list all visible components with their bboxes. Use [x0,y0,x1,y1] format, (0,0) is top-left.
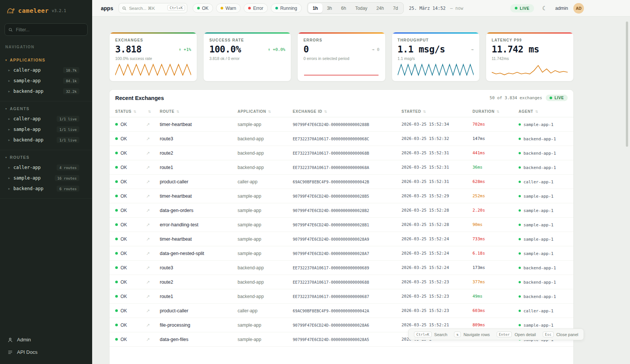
column-header-status[interactable]: STATUS⇅ [110,106,141,117]
table-row-product-caller[interactable]: OK ↗ product-caller caller-app 69AC90BF8… [110,304,573,318]
range-3h[interactable]: 3h [323,3,337,13]
open-detail-icon[interactable]: ↗ [146,294,150,299]
sidebar-item-applications-backend-app[interactable]: ▸ backend-app 32.2k [0,86,92,97]
section-header[interactable]: ▾ ROUTES [0,152,92,162]
open-detail-icon[interactable]: ↗ [146,208,150,213]
sidebar-item-badge: 1/1 live [57,137,79,143]
range-24h[interactable]: 24h [372,3,388,13]
range-7d[interactable]: 7d [388,3,402,13]
range-1h[interactable]: 1h [308,3,323,13]
started-timestamp: 2026-03-25 15:52:24 [396,232,467,246]
sidebar-item-agents-backend-app[interactable]: ▸ backend-app 1/1 live [0,135,92,145]
hint-label: Close panel [556,332,578,337]
table-row-error-handling-test[interactable]: OK ↗ error-handling-test sample-app 9079… [110,218,573,232]
table-live-badge[interactable]: LIVE [546,95,568,101]
column-header-exchange-id[interactable]: EXCHANGE ID⇅ [287,106,396,117]
status-cell: OK [115,280,127,285]
sidebar-item-applications-sample-app[interactable]: ▸ sample-app 84.1k [0,75,92,86]
table-row-product-caller[interactable]: OK ↗ product-caller caller-app 69AC90BF8… [110,175,573,189]
avatar[interactable]: AD [573,3,584,14]
live-dot [550,97,552,99]
status-filter-running[interactable]: Running [271,3,302,13]
sidebar-footer-api-docs[interactable]: API Docs [5,347,87,357]
open-detail-icon[interactable]: ↗ [146,308,150,313]
open-detail-icon[interactable]: ↗ [146,122,150,127]
table-row-route3[interactable]: OK ↗ route3 backend-app EE7322370A10617-… [110,132,573,146]
status-label: OK [120,280,127,285]
sidebar-item-routes-backend-app[interactable]: ▸ backend-app 6 routes [0,183,92,194]
table-row-route2[interactable]: OK ↗ route2 backend-app EE7322370A10617-… [110,275,573,289]
sort-icon: ⇅ [496,110,499,114]
table-row-route1[interactable]: OK ↗ route1 backend-app EE7322370A10617-… [110,160,573,175]
section-header[interactable]: ▾ AGENTS [0,104,92,114]
table-row-route1[interactable]: OK ↗ route1 backend-app EE7322370A10617-… [110,289,573,304]
table-row-timer-heartbeat[interactable]: OK ↗ timer-heartbeat sample-app 90799F47… [110,232,573,246]
status-label: OK [120,337,127,342]
filter-input[interactable] [5,23,88,36]
table-row-route2[interactable]: OK ↗ route2 backend-app EE7322370A10617-… [110,146,573,160]
exchange-id: 90799F47E6CD24D-00000000000028B1 [287,218,396,232]
open-detail-icon[interactable]: ↗ [146,194,150,199]
column-header-expand[interactable]: ⇅ [141,106,154,117]
open-detail-icon[interactable]: ↗ [146,251,150,256]
sidebar-item-agents-caller-app[interactable]: ▸ caller-app 1/1 live [0,114,92,124]
column-header-started[interactable]: STARTED⇅ [396,106,467,117]
open-detail-icon[interactable]: ↗ [146,222,150,227]
started-timestamp: 2026-03-25 15:52:23 [396,304,467,318]
open-detail-icon[interactable]: ↗ [146,151,150,156]
key-badge: Ctrl+K [414,332,431,337]
exchange-id: 90799F47E6CD24D-00000000000028A6 [287,318,396,332]
table-row-timer-heartbeat[interactable]: OK ↗ timer-heartbeat sample-app 90799F47… [110,117,573,132]
sidebar-item-badge: 1/1 live [57,116,79,122]
status-filter-ok[interactable]: OK [193,3,213,13]
section-header[interactable]: ▾ APPLICATIONS [0,55,92,65]
application-name: backend-app [232,160,287,175]
agent-cell: sample-app-1 [519,208,553,213]
live-badge[interactable]: LIVE [510,4,534,12]
open-detail-icon[interactable]: ↗ [146,323,150,328]
theme-toggle-button[interactable]: ☾ [539,3,550,14]
sidebar-footer-admin[interactable]: Admin [5,335,87,345]
datetime-suffix: — now [450,6,463,11]
table-row-timer-heartbeat[interactable]: OK ↗ timer-heartbeat sample-app 90799F47… [110,189,573,203]
status-filter-warn[interactable]: Warn [216,3,241,13]
card-subtitle: 3.818 ok / 0 error [209,56,285,61]
column-header-application[interactable]: APPLICATION⇅ [232,106,287,117]
range-today[interactable]: Today [351,3,372,13]
open-detail-icon[interactable]: ↗ [146,179,150,184]
time-range-display[interactable]: 25. März 14:52 — now [409,6,463,11]
column-header-agent[interactable]: AGENT⇅ [513,106,573,117]
status-ok-dot [115,252,118,255]
open-detail-icon[interactable]: ↗ [146,265,150,270]
agent-status-dot [519,267,521,269]
table-row-data-gen-orders[interactable]: OK ↗ data-gen-orders sample-app 90799F47… [110,203,573,218]
column-header-route[interactable]: ROUTE⇅ [154,106,232,117]
table-row-route3[interactable]: OK ↗ route3 backend-app EE7322370A10617-… [110,261,573,275]
datetime-label: 25. März 14:52 [409,6,446,11]
sidebar-item-applications-caller-app[interactable]: ▸ caller-app 10.7k [0,65,92,75]
table-row-data-gen-nested-split[interactable]: OK ↗ data-gen-nested-split sample-app 90… [110,246,573,261]
table-header: Recent Exchanges 50 of 3.834 exchanges L… [110,90,573,106]
open-detail-icon[interactable]: ↗ [146,280,150,285]
open-detail-icon[interactable]: ↗ [146,165,150,170]
card-accent-bar [392,32,479,34]
status-filter-error[interactable]: Error [244,3,268,13]
route-name: timer-heartbeat [154,232,232,246]
range-6h[interactable]: 6h [337,3,351,13]
sidebar-item-routes-sample-app[interactable]: ▸ sample-app 16 routes [0,173,92,183]
column-header-duration[interactable]: DURATION⇅ [467,106,513,117]
scrollbar[interactable] [626,22,628,147]
agent-status-dot [519,181,521,183]
card-subtitle: 11.742ms [492,56,568,61]
sidebar-item-agents-sample-app[interactable]: ▸ sample-app 1/1 live [0,124,92,135]
status-dot [248,7,251,9]
open-detail-icon[interactable]: ↗ [146,237,150,242]
time-range-group: 1h3h6hToday24h7d [307,2,404,14]
open-detail-icon[interactable]: ↗ [146,337,150,342]
hint-open-detail: Enter Open detail [497,332,536,337]
sidebar-item-routes-caller-app[interactable]: ▸ caller-app 4 routes [0,162,92,173]
status-label: OK [120,165,127,170]
duration-value: 36ms [467,160,513,175]
open-detail-icon[interactable]: ↗ [146,136,150,141]
duration-value: 90ms [467,218,513,232]
